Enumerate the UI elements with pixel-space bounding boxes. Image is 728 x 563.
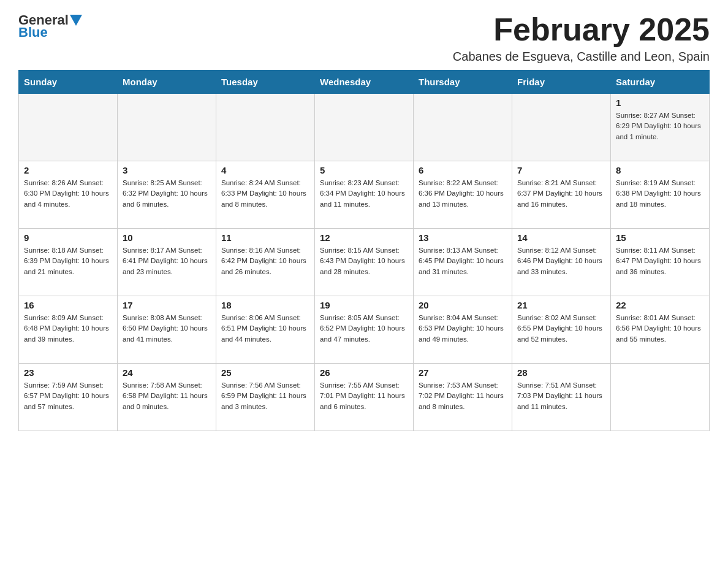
month-title: February 2025 <box>453 12 710 47</box>
day-number: 10 <box>123 232 211 243</box>
col-tuesday: Tuesday <box>216 71 315 94</box>
day-cell: 18Sunrise: 8:06 AM Sunset: 6:51 PM Dayli… <box>216 296 315 364</box>
day-number: 24 <box>123 367 211 378</box>
day-cell: 8Sunrise: 8:19 AM Sunset: 6:38 PM Daylig… <box>611 161 710 229</box>
day-cell: 24Sunrise: 7:58 AM Sunset: 6:58 PM Dayli… <box>118 364 216 431</box>
day-info: Sunrise: 8:26 AM Sunset: 6:30 PM Dayligh… <box>24 178 112 210</box>
day-number: 12 <box>320 232 408 243</box>
day-info: Sunrise: 8:19 AM Sunset: 6:38 PM Dayligh… <box>616 178 704 210</box>
day-number: 11 <box>221 232 309 243</box>
day-cell: 25Sunrise: 7:56 AM Sunset: 6:59 PM Dayli… <box>216 364 315 431</box>
day-number: 6 <box>419 165 507 175</box>
day-info: Sunrise: 7:58 AM Sunset: 6:58 PM Dayligh… <box>123 380 211 412</box>
day-info: Sunrise: 8:02 AM Sunset: 6:55 PM Dayligh… <box>517 313 605 345</box>
day-info: Sunrise: 8:23 AM Sunset: 6:34 PM Dayligh… <box>320 178 408 210</box>
day-info: Sunrise: 8:13 AM Sunset: 6:45 PM Dayligh… <box>419 245 507 277</box>
day-cell: 27Sunrise: 7:53 AM Sunset: 7:02 PM Dayli… <box>414 364 512 431</box>
location-title: Cabanes de Esgueva, Castille and Leon, S… <box>453 50 710 64</box>
day-number: 20 <box>419 300 507 310</box>
day-cell: 2Sunrise: 8:26 AM Sunset: 6:30 PM Daylig… <box>19 161 118 229</box>
col-thursday: Thursday <box>414 71 512 94</box>
col-sunday: Sunday <box>19 71 118 94</box>
day-cell <box>118 94 216 161</box>
day-number: 5 <box>320 165 408 175</box>
day-info: Sunrise: 8:11 AM Sunset: 6:47 PM Dayligh… <box>616 245 704 277</box>
col-wednesday: Wednesday <box>315 71 414 94</box>
day-info: Sunrise: 8:17 AM Sunset: 6:41 PM Dayligh… <box>123 245 211 277</box>
day-info: Sunrise: 8:21 AM Sunset: 6:37 PM Dayligh… <box>517 178 605 210</box>
calendar-header-row: Sunday Monday Tuesday Wednesday Thursday… <box>19 71 710 94</box>
day-info: Sunrise: 8:24 AM Sunset: 6:33 PM Dayligh… <box>221 178 309 210</box>
day-number: 14 <box>517 232 605 243</box>
day-cell <box>216 94 315 161</box>
day-number: 15 <box>616 232 704 243</box>
day-info: Sunrise: 8:06 AM Sunset: 6:51 PM Dayligh… <box>221 313 309 345</box>
week-row-1: 2Sunrise: 8:26 AM Sunset: 6:30 PM Daylig… <box>19 161 710 229</box>
day-cell <box>315 94 414 161</box>
logo-blue-text: Blue <box>18 25 48 40</box>
day-info: Sunrise: 8:22 AM Sunset: 6:36 PM Dayligh… <box>419 178 507 210</box>
day-cell: 5Sunrise: 8:23 AM Sunset: 6:34 PM Daylig… <box>315 161 414 229</box>
day-cell: 22Sunrise: 8:01 AM Sunset: 6:56 PM Dayli… <box>611 296 710 364</box>
day-info: Sunrise: 7:56 AM Sunset: 6:59 PM Dayligh… <box>221 380 309 412</box>
day-info: Sunrise: 7:53 AM Sunset: 7:02 PM Dayligh… <box>419 380 507 412</box>
logo-triangle-icon <box>70 15 82 27</box>
day-cell: 16Sunrise: 8:09 AM Sunset: 6:48 PM Dayli… <box>19 296 118 364</box>
day-cell: 11Sunrise: 8:16 AM Sunset: 6:42 PM Dayli… <box>216 229 315 296</box>
day-cell: 15Sunrise: 8:11 AM Sunset: 6:47 PM Dayli… <box>611 229 710 296</box>
day-info: Sunrise: 8:25 AM Sunset: 6:32 PM Dayligh… <box>123 178 211 210</box>
day-number: 25 <box>221 367 309 378</box>
day-info: Sunrise: 8:09 AM Sunset: 6:48 PM Dayligh… <box>24 313 112 345</box>
day-number: 7 <box>517 165 605 175</box>
day-number: 9 <box>24 232 112 243</box>
day-cell: 17Sunrise: 8:08 AM Sunset: 6:50 PM Dayli… <box>118 296 216 364</box>
day-number: 23 <box>24 367 112 378</box>
col-monday: Monday <box>118 71 216 94</box>
day-cell: 21Sunrise: 8:02 AM Sunset: 6:55 PM Dayli… <box>512 296 611 364</box>
day-number: 27 <box>419 367 507 378</box>
day-info: Sunrise: 8:05 AM Sunset: 6:52 PM Dayligh… <box>320 313 408 345</box>
day-cell: 19Sunrise: 8:05 AM Sunset: 6:52 PM Dayli… <box>315 296 414 364</box>
day-cell: 1Sunrise: 8:27 AM Sunset: 6:29 PM Daylig… <box>611 94 710 161</box>
day-info: Sunrise: 8:08 AM Sunset: 6:50 PM Dayligh… <box>123 313 211 345</box>
week-row-4: 23Sunrise: 7:59 AM Sunset: 6:57 PM Dayli… <box>19 364 710 431</box>
day-info: Sunrise: 7:51 AM Sunset: 7:03 PM Dayligh… <box>517 380 605 412</box>
day-cell: 6Sunrise: 8:22 AM Sunset: 6:36 PM Daylig… <box>414 161 512 229</box>
day-number: 18 <box>221 300 309 310</box>
day-number: 22 <box>616 300 704 310</box>
day-number: 16 <box>24 300 112 310</box>
day-info: Sunrise: 8:12 AM Sunset: 6:46 PM Dayligh… <box>517 245 605 277</box>
logo: General Blue <box>18 12 82 40</box>
col-friday: Friday <box>512 71 611 94</box>
day-cell: 12Sunrise: 8:15 AM Sunset: 6:43 PM Dayli… <box>315 229 414 296</box>
day-info: Sunrise: 8:16 AM Sunset: 6:42 PM Dayligh… <box>221 245 309 277</box>
day-cell: 28Sunrise: 7:51 AM Sunset: 7:03 PM Dayli… <box>512 364 611 431</box>
day-number: 2 <box>24 165 112 175</box>
day-cell: 23Sunrise: 7:59 AM Sunset: 6:57 PM Dayli… <box>19 364 118 431</box>
svg-marker-0 <box>70 15 82 26</box>
day-cell <box>414 94 512 161</box>
day-cell: 10Sunrise: 8:17 AM Sunset: 6:41 PM Dayli… <box>118 229 216 296</box>
calendar: Sunday Monday Tuesday Wednesday Thursday… <box>18 70 710 431</box>
day-cell: 13Sunrise: 8:13 AM Sunset: 6:45 PM Dayli… <box>414 229 512 296</box>
day-cell <box>611 364 710 431</box>
day-number: 21 <box>517 300 605 310</box>
title-area: February 2025 Cabanes de Esgueva, Castil… <box>453 12 710 64</box>
day-cell <box>19 94 118 161</box>
week-row-3: 16Sunrise: 8:09 AM Sunset: 6:48 PM Dayli… <box>19 296 710 364</box>
day-number: 4 <box>221 165 309 175</box>
day-number: 13 <box>419 232 507 243</box>
day-info: Sunrise: 8:04 AM Sunset: 6:53 PM Dayligh… <box>419 313 507 345</box>
header: General Blue February 2025 Cabanes de Es… <box>18 12 710 64</box>
day-cell <box>512 94 611 161</box>
day-number: 1 <box>616 98 704 108</box>
day-cell: 14Sunrise: 8:12 AM Sunset: 6:46 PM Dayli… <box>512 229 611 296</box>
day-number: 17 <box>123 300 211 310</box>
day-info: Sunrise: 8:01 AM Sunset: 6:56 PM Dayligh… <box>616 313 704 345</box>
day-cell: 20Sunrise: 8:04 AM Sunset: 6:53 PM Dayli… <box>414 296 512 364</box>
day-number: 3 <box>123 165 211 175</box>
col-saturday: Saturday <box>611 71 710 94</box>
day-info: Sunrise: 8:18 AM Sunset: 6:39 PM Dayligh… <box>24 245 112 277</box>
day-cell: 7Sunrise: 8:21 AM Sunset: 6:37 PM Daylig… <box>512 161 611 229</box>
day-info: Sunrise: 7:59 AM Sunset: 6:57 PM Dayligh… <box>24 380 112 412</box>
